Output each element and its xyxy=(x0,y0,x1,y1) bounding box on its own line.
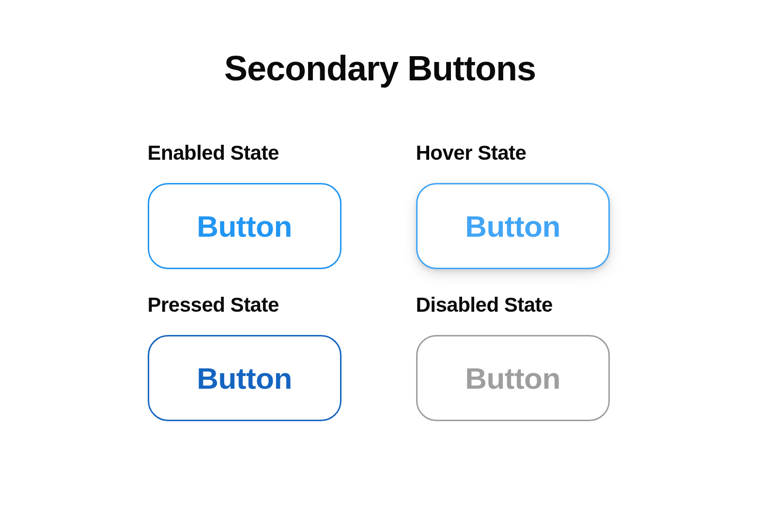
button-states-grid: Enabled State Button Hover State Button … xyxy=(148,141,613,421)
style-guide-container: Secondary Buttons Enabled State Button H… xyxy=(0,0,760,421)
enabled-state-label: Enabled State xyxy=(148,141,344,165)
secondary-button-disabled: Button xyxy=(416,335,610,421)
pressed-state-block: Pressed State Button xyxy=(148,293,344,421)
disabled-state-block: Disabled State Button xyxy=(416,293,613,421)
enabled-state-block: Enabled State Button xyxy=(148,141,344,269)
page-title: Secondary Buttons xyxy=(224,48,536,88)
button-text: Button xyxy=(197,361,292,395)
disabled-state-label: Disabled State xyxy=(416,293,613,317)
secondary-button-hover[interactable]: Button xyxy=(416,183,610,269)
secondary-button-enabled[interactable]: Button xyxy=(148,183,341,269)
hover-state-block: Hover State Button xyxy=(416,141,613,269)
secondary-button-pressed[interactable]: Button xyxy=(148,335,341,421)
hover-state-label: Hover State xyxy=(416,141,613,165)
pressed-state-label: Pressed State xyxy=(148,293,344,317)
button-text: Button xyxy=(465,209,560,243)
button-text: Button xyxy=(465,361,560,395)
button-text: Button xyxy=(197,209,292,243)
